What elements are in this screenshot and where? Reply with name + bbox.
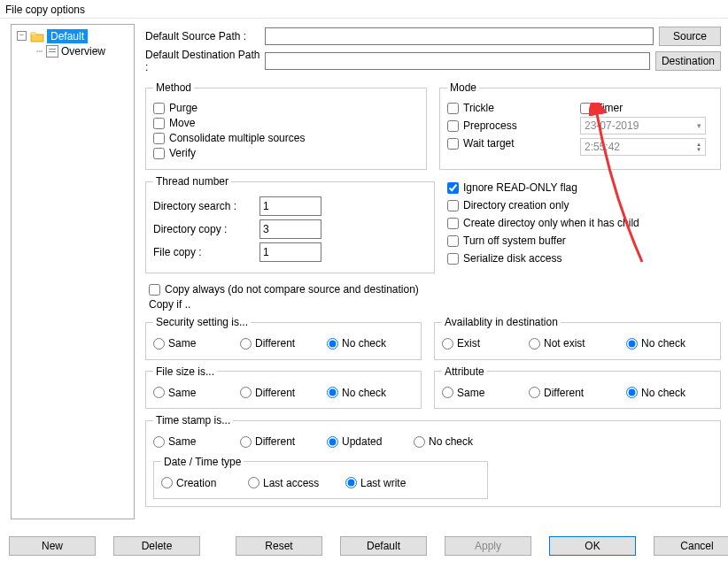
turn-off-buffer-check[interactable]: Turn off system buffer <box>447 234 721 247</box>
default-button[interactable]: Default <box>340 536 427 556</box>
attribute-group: Attribute Same Different No check <box>434 365 721 410</box>
source-path-label: Default Source Path : <box>145 30 265 42</box>
method-group: Method Purge Move Consolidate multiple s… <box>145 81 427 170</box>
attr-same[interactable]: Same <box>442 387 484 399</box>
attr-different[interactable]: Different <box>529 387 584 399</box>
method-legend: Method <box>153 81 194 94</box>
tree-child-label: Overview <box>61 45 105 58</box>
timestamp-group: Time stamp is... Same Different Updated … <box>145 414 721 507</box>
verify-check[interactable]: Verify <box>153 147 419 159</box>
ts-same[interactable]: Same <box>153 435 196 448</box>
button-bar: New Delete Reset Default Apply OK Cancel… <box>0 536 728 556</box>
time-picker[interactable]: 2:55:42▲▼ <box>580 138 706 156</box>
dtt-lastaccess[interactable]: Last access <box>248 477 319 489</box>
serialize-check[interactable]: Serialize disk access <box>447 252 721 265</box>
dropdown-icon: ▾ <box>697 121 701 130</box>
tree-root-label: Default <box>47 29 88 43</box>
dest-path-label: Default Destination Path : <box>145 49 265 73</box>
tree-line-icon: ┄ <box>36 45 43 58</box>
size-different[interactable]: Different <box>240 387 295 399</box>
ts-different[interactable]: Different <box>240 435 295 448</box>
collapse-icon[interactable]: − <box>17 31 27 41</box>
dir-search-label: Directory search : <box>153 200 259 212</box>
thread-number-group: Thread number Directory search : Directo… <box>145 175 435 273</box>
tree-root[interactable]: − Default <box>13 28 132 43</box>
timer-check[interactable]: Timer <box>580 102 713 114</box>
size-nocheck[interactable]: No check <box>327 387 386 399</box>
ts-updated[interactable]: Updated <box>327 435 382 448</box>
wait-target-check[interactable]: Wait target <box>447 137 580 150</box>
mode-group: Mode Trickle Preprocess Wait target Time… <box>439 81 721 170</box>
dir-search-input[interactable] <box>259 196 321 216</box>
trickle-check[interactable]: Trickle <box>447 102 580 114</box>
thread-legend: Thread number <box>153 175 231 188</box>
file-copy-input[interactable] <box>259 242 321 262</box>
file-copy-label: File copy : <box>153 246 259 258</box>
avail-notexist[interactable]: Not exist <box>529 337 585 350</box>
purge-check[interactable]: Purge <box>153 102 419 114</box>
dir-copy-input[interactable] <box>259 219 321 239</box>
preprocess-check[interactable]: Preprocess <box>447 119 580 132</box>
profile-tree[interactable]: − Default ┄ Overview <box>11 24 135 519</box>
create-child-check[interactable]: Create directoy only when it has child <box>447 217 721 229</box>
dest-path-input[interactable] <box>265 52 650 70</box>
dtt-lastwrite[interactable]: Last write <box>345 477 406 489</box>
avail-exist[interactable]: Exist <box>442 337 480 350</box>
apply-button[interactable]: Apply <box>445 536 531 556</box>
mode-legend: Mode <box>447 81 479 94</box>
source-button[interactable]: Source <box>659 27 721 46</box>
source-path-input[interactable] <box>265 27 654 45</box>
security-different[interactable]: Different <box>240 337 295 350</box>
ignore-ro-check[interactable]: Ignore READ-ONLY flag <box>447 181 721 194</box>
datetime-type-group: Date / Time type Creation Last access La… <box>153 456 488 500</box>
page-icon <box>46 45 58 58</box>
move-check[interactable]: Move <box>153 117 419 129</box>
dir-create-only-check[interactable]: Directory creation only <box>447 199 721 211</box>
attr-nocheck[interactable]: No check <box>626 387 685 399</box>
date-picker[interactable]: 23-07-2019▾ <box>580 117 706 134</box>
dtt-creation[interactable]: Creation <box>161 477 216 489</box>
copy-always-check[interactable]: Copy always (do not compare source and d… <box>149 283 721 296</box>
dir-copy-label: Directory copy : <box>153 223 259 235</box>
security-group: Security setting is... Same Different No… <box>145 316 422 360</box>
copy-if-label: Copy if .. <box>149 298 721 311</box>
size-same[interactable]: Same <box>153 387 196 399</box>
spin-down-icon[interactable]: ▼ <box>696 147 701 152</box>
new-button[interactable]: New <box>9 536 96 556</box>
security-nocheck[interactable]: No check <box>327 337 386 350</box>
ts-nocheck[interactable]: No check <box>414 435 473 448</box>
folder-icon <box>30 30 44 42</box>
tree-child[interactable]: ┄ Overview <box>13 43 132 58</box>
availability-group: Availablity in destination Exist Not exi… <box>434 316 721 360</box>
window-title: File copy options <box>0 0 728 18</box>
filesize-group: File size is... Same Different No check <box>145 365 422 410</box>
avail-nocheck[interactable]: No check <box>626 337 685 350</box>
destination-button[interactable]: Destination <box>655 51 721 71</box>
security-same[interactable]: Same <box>153 337 196 350</box>
cancel-button[interactable]: Cancel <box>654 536 728 556</box>
delete-button[interactable]: Delete <box>113 536 200 556</box>
reset-button[interactable]: Reset <box>236 536 322 556</box>
ok-button[interactable]: OK <box>549 536 636 556</box>
consolidate-check[interactable]: Consolidate multiple sources <box>153 132 419 144</box>
